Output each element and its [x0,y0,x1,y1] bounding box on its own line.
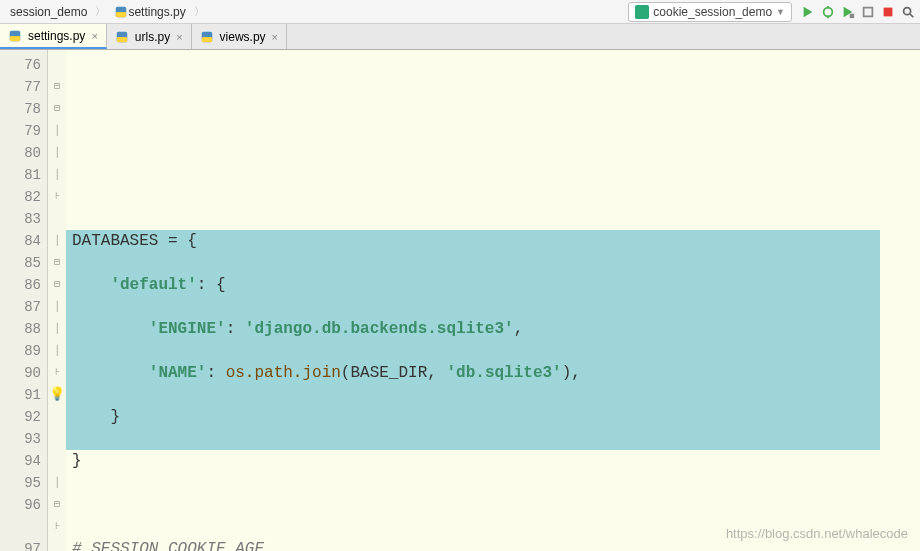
attach-debugger-button[interactable] [860,4,876,20]
fold-marker[interactable]: ⊟ [48,494,66,516]
stop-button[interactable] [880,4,896,20]
svg-rect-2 [635,5,649,19]
svg-rect-1 [116,12,127,17]
breadcrumb-label: session_demo [10,5,87,19]
close-icon[interactable]: × [272,31,278,43]
fold-marker[interactable]: ⊟ [48,252,66,274]
svg-point-4 [824,7,833,16]
breadcrumb-label: settings.py [128,5,185,19]
breadcrumb-item-project[interactable]: session_demo [4,0,93,23]
tab-settings-py[interactable]: settings.py × [0,24,107,49]
python-file-icon [200,30,214,44]
run-button[interactable] [800,4,816,20]
run-config-label: cookie_session_demo [653,5,772,19]
svg-rect-18 [201,37,212,42]
fold-gutter: ⊟ ⊟ │ │ │ ⊦ │ ⊟ ⊟ │ │ │ ⊦ 💡 │ ⊟ ⊦ [48,50,66,551]
tab-label: urls.py [135,30,170,44]
breadcrumb-bar: session_demo 〉 settings.py 〉 cookie_sess… [0,0,920,24]
editor-tab-bar: settings.py × urls.py × views.py × [0,24,920,50]
watermark-text: https://blog.csdn.net/whalecode [726,526,908,541]
tab-urls-py[interactable]: urls.py × [107,24,192,49]
tab-views-py[interactable]: views.py × [192,24,287,49]
code-content[interactable]: DATABASES = { 'default': { 'ENGINE': 'dj… [66,50,920,551]
python-file-icon [8,29,22,43]
chevron-down-icon: ▼ [776,7,785,17]
code-editor[interactable]: 76777879 80818283 84858687 88899091 9293… [0,50,920,551]
close-icon[interactable]: × [176,31,182,43]
svg-point-11 [904,7,911,14]
fold-marker[interactable]: ⊟ [48,274,66,296]
svg-rect-8 [850,13,854,17]
python-file-icon [114,5,128,19]
close-icon[interactable]: × [91,30,97,42]
fold-marker[interactable]: ⊟ [48,76,66,98]
line-number-gutter: 76777879 80818283 84858687 88899091 9293… [0,50,48,551]
toolbar-icons [800,4,916,20]
tab-label: settings.py [28,29,85,43]
svg-rect-9 [864,7,873,16]
django-icon [635,5,649,19]
search-button[interactable] [900,4,916,20]
tab-label: views.py [220,30,266,44]
fold-marker[interactable]: ⊟ [48,98,66,120]
svg-marker-3 [804,6,813,17]
run-with-coverage-button[interactable] [840,4,856,20]
chevron-right-icon: 〉 [93,4,108,19]
python-file-icon [115,30,129,44]
svg-line-12 [910,13,914,17]
svg-rect-16 [117,37,128,42]
svg-rect-10 [884,7,893,16]
debug-button[interactable] [820,4,836,20]
intention-bulb-icon[interactable]: 💡 [49,384,65,406]
run-configuration-selector[interactable]: cookie_session_demo ▼ [628,2,792,22]
chevron-right-icon: 〉 [192,4,207,19]
breadcrumb-item-file[interactable]: settings.py [108,0,191,23]
code-text: DATABASES [72,232,158,250]
svg-rect-14 [10,36,21,41]
